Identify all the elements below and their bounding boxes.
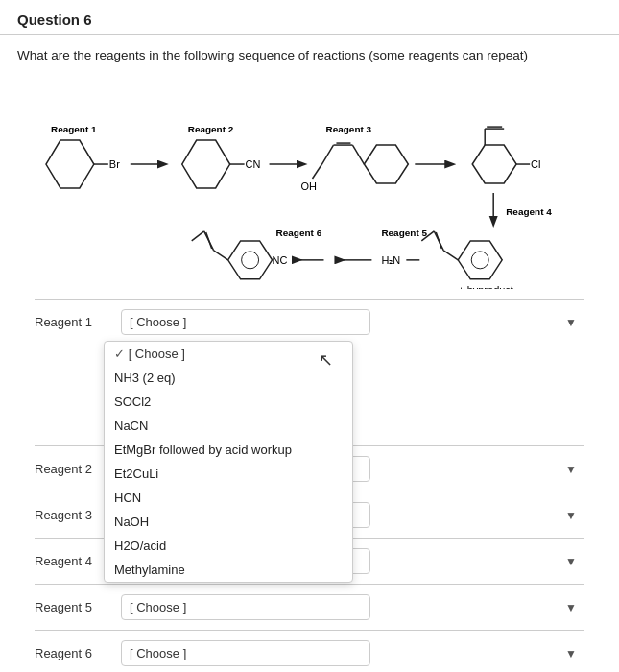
- dropdown-item-choose[interactable]: [ Choose ]: [105, 342, 352, 366]
- h2n-label: H₂N: [381, 254, 400, 266]
- dropdown-item-h2o[interactable]: H2O/acid: [105, 534, 352, 558]
- dropdown-item-socl2[interactable]: SOCl2: [105, 390, 352, 414]
- cn-label: CN: [246, 158, 261, 170]
- r1-scheme-label: Reagent 1: [51, 124, 97, 134]
- reaction-scheme: Br Reagent 1 CN Reagent 2 OH: [17, 78, 602, 289]
- svg-marker-0: [46, 140, 94, 188]
- reagent1-select-wrapper: [ Choose ] NH3 (2 eq) SOCl2 NaCN EtMgBr …: [121, 309, 584, 335]
- r5-scheme-label: Reagent 5: [381, 228, 427, 238]
- chevron-down-icon-5: ▼: [565, 601, 577, 614]
- reagent6-select[interactable]: [ Choose ] NH3 (2 eq) SOCl2 NaCN EtMgBr …: [121, 640, 370, 666]
- svg-marker-13: [472, 145, 516, 183]
- oh-label: OH: [301, 180, 318, 192]
- title-text: Question 6: [17, 12, 92, 28]
- svg-line-29: [214, 251, 228, 260]
- reagent6-label: Reagent 6: [35, 646, 121, 660]
- reagent5-select[interactable]: [ Choose ] NH3 (2 eq) SOCl2 NaCN EtMgBr …: [121, 594, 370, 620]
- svg-marker-11: [364, 145, 408, 183]
- r4-scheme-label: Reagent 4: [506, 206, 552, 217]
- reagent1-select[interactable]: [ Choose ] NH3 (2 eq) SOCl2 NaCN EtMgBr …: [121, 309, 370, 335]
- chevron-down-icon-2: ▼: [565, 463, 577, 476]
- r3-scheme-label: Reagent 3: [325, 124, 371, 134]
- reagent5-label: Reagent 5: [35, 600, 121, 614]
- reagent5-row: Reagent 5 [ Choose ] NH3 (2 eq) SOCl2 Na…: [35, 584, 584, 630]
- r6-scheme-label: Reagent 6: [276, 228, 322, 238]
- reagent1-label: Reagent 1: [35, 315, 121, 329]
- cl-label: Cl: [531, 158, 540, 170]
- dropdown-item-hcn[interactable]: HCN: [105, 486, 352, 510]
- scheme-svg: Br Reagent 1 CN Reagent 2 OH: [17, 78, 602, 289]
- chevron-down-icon-3: ▼: [565, 509, 577, 522]
- svg-line-10: [312, 164, 321, 179]
- svg-line-6: [321, 145, 333, 164]
- br-label: Br: [109, 158, 120, 170]
- reagent6-select-wrapper: [ Choose ] NH3 (2 eq) SOCl2 NaCN EtMgBr …: [121, 640, 584, 666]
- r2-scheme-label: Reagent 2: [188, 124, 234, 134]
- nc-label: NC: [273, 254, 288, 266]
- chevron-down-icon-4: ▼: [565, 555, 577, 568]
- svg-line-9: [352, 145, 364, 164]
- reagent5-select-wrapper: [ Choose ] NH3 (2 eq) SOCl2 NaCN EtMgBr …: [121, 594, 584, 620]
- dropdown-item-methylamine[interactable]: Methylamine: [105, 558, 352, 582]
- dropdown-item-nh3[interactable]: NH3 (2 eq): [105, 366, 352, 390]
- svg-line-31: [206, 232, 212, 249]
- reagent-rows: Reagent 1 [ Choose ] NH3 (2 eq) SOCl2 Na…: [17, 299, 602, 672]
- dropdown-item-et2culi[interactable]: Et2CuLi: [105, 462, 352, 486]
- svg-point-28: [242, 252, 259, 269]
- svg-point-20: [471, 252, 488, 269]
- question-text: What are the reagents in the following s…: [17, 48, 602, 62]
- svg-line-21: [443, 251, 458, 260]
- reagent1-row: Reagent 1 [ Choose ] NH3 (2 eq) SOCl2 Na…: [35, 299, 584, 345]
- chevron-down-icon: ▼: [565, 316, 577, 329]
- svg-line-32: [192, 231, 204, 241]
- svg-line-23: [436, 232, 441, 249]
- question-title: Question 6: [0, 0, 619, 35]
- reagent1-dropdown[interactable]: ↖ [ Choose ] NH3 (2 eq) SOCl2 NaCN EtMgB…: [104, 341, 353, 583]
- byproduct-text: + byproduct: [458, 284, 513, 289]
- dropdown-item-nacn[interactable]: NaCN: [105, 414, 352, 438]
- chevron-down-icon-6: ▼: [565, 647, 577, 660]
- svg-marker-27: [228, 241, 273, 279]
- dropdown-item-etmgbr[interactable]: EtMgBr followed by acid workup: [105, 438, 352, 462]
- svg-marker-19: [458, 241, 502, 279]
- svg-marker-3: [182, 140, 230, 188]
- dropdown-item-naoh[interactable]: NaOH: [105, 510, 352, 534]
- reagent6-row: Reagent 6 [ Choose ] NH3 (2 eq) SOCl2 Na…: [35, 630, 584, 672]
